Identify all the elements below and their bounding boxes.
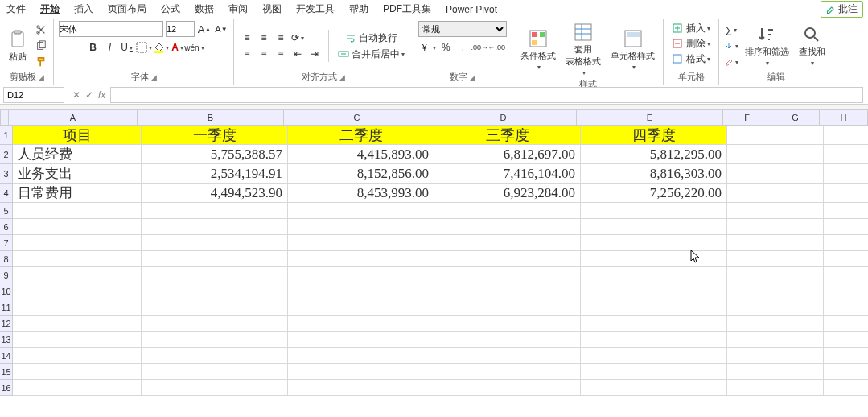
- align-middle-button[interactable]: ≡: [256, 31, 272, 45]
- insert-cells-button[interactable]: 插入: [668, 21, 713, 35]
- tab-pdf[interactable]: PDF工具集: [381, 1, 433, 18]
- cell-B1[interactable]: 一季度: [142, 126, 288, 145]
- cell-F9[interactable]: [727, 267, 775, 283]
- clipboard-launcher[interactable]: ◢: [39, 73, 44, 81]
- cell-B7[interactable]: [142, 235, 288, 251]
- cell-D3[interactable]: 7,416,104.00: [434, 164, 581, 184]
- cell-H16[interactable]: [824, 380, 868, 396]
- cell-A10[interactable]: [13, 283, 142, 299]
- comments-button[interactable]: 批注: [821, 1, 863, 18]
- cell-A14[interactable]: [13, 348, 142, 364]
- number-launcher[interactable]: ◢: [470, 73, 475, 81]
- cell-A13[interactable]: [13, 332, 142, 348]
- row-header-1[interactable]: 1: [0, 126, 13, 145]
- bold-button[interactable]: B: [85, 40, 101, 55]
- cell-E4[interactable]: 7,256,220.00: [581, 184, 727, 203]
- enter-formula-button[interactable]: ✓: [85, 89, 93, 101]
- column-header-C[interactable]: C: [284, 109, 430, 126]
- increase-decimal-button[interactable]: .00→: [471, 40, 487, 55]
- format-as-table-button[interactable]: 套用 表格格式: [562, 21, 604, 78]
- cell-H9[interactable]: [824, 267, 868, 283]
- paste-button[interactable]: 粘贴: [5, 28, 31, 64]
- column-header-H[interactable]: H: [820, 109, 868, 126]
- cell-A6[interactable]: [13, 219, 142, 235]
- cell-A3[interactable]: 业务支出: [13, 164, 142, 184]
- cell-F4[interactable]: [727, 184, 775, 203]
- tab-data[interactable]: 数据: [193, 1, 216, 18]
- formula-bar[interactable]: [110, 87, 863, 103]
- copy-button[interactable]: [34, 39, 48, 53]
- cell-E15[interactable]: [581, 364, 727, 380]
- cell-E12[interactable]: [581, 316, 727, 332]
- cell-H6[interactable]: [824, 219, 868, 235]
- cell-F14[interactable]: [727, 348, 775, 364]
- cell-H8[interactable]: [824, 251, 868, 267]
- cell-C9[interactable]: [288, 267, 434, 283]
- column-header-D[interactable]: D: [430, 109, 577, 126]
- cell-E14[interactable]: [581, 348, 727, 364]
- format-cells-button[interactable]: 格式: [668, 52, 713, 66]
- cell-B10[interactable]: [142, 283, 288, 299]
- cell-D6[interactable]: [434, 219, 581, 235]
- cell-C13[interactable]: [288, 332, 434, 348]
- row-header-4[interactable]: 4: [0, 184, 13, 203]
- column-header-B[interactable]: B: [138, 109, 284, 126]
- merge-center-button[interactable]: 合并后居中: [335, 47, 408, 61]
- cell-A4[interactable]: 日常费用: [13, 184, 142, 203]
- cell-G10[interactable]: [775, 283, 824, 299]
- tab-home[interactable]: 开始: [39, 1, 61, 18]
- autosum-button[interactable]: ∑: [724, 23, 738, 37]
- cell-F5[interactable]: [727, 203, 775, 219]
- cell-C16[interactable]: [288, 380, 434, 396]
- cell-D5[interactable]: [434, 203, 581, 219]
- cell-D1[interactable]: 三季度: [434, 126, 581, 145]
- cell-D2[interactable]: 6,812,697.00: [434, 145, 581, 164]
- cell-F15[interactable]: [727, 364, 775, 380]
- cell-G8[interactable]: [775, 251, 824, 267]
- name-box[interactable]: [3, 87, 64, 103]
- cell-H14[interactable]: [824, 348, 868, 364]
- cell-C3[interactable]: 8,152,856.00: [288, 164, 434, 184]
- cell-B5[interactable]: [142, 203, 288, 219]
- align-center-button[interactable]: ≡: [256, 47, 272, 61]
- fill-color-button[interactable]: [153, 40, 169, 55]
- align-right-button[interactable]: ≡: [273, 47, 289, 61]
- cell-C12[interactable]: [288, 316, 434, 332]
- cell-B16[interactable]: [142, 380, 288, 396]
- cell-H11[interactable]: [824, 299, 868, 316]
- cell-G2[interactable]: [775, 145, 824, 164]
- cell-G14[interactable]: [775, 348, 824, 364]
- cell-F11[interactable]: [727, 299, 775, 316]
- row-header-16[interactable]: 16: [0, 380, 13, 396]
- tab-formulas[interactable]: 公式: [159, 1, 182, 18]
- cell-E9[interactable]: [581, 267, 727, 283]
- cell-G15[interactable]: [775, 364, 824, 380]
- cell-E6[interactable]: [581, 219, 727, 235]
- cell-G11[interactable]: [775, 299, 824, 316]
- cancel-formula-button[interactable]: ✕: [72, 89, 80, 101]
- fill-button[interactable]: [724, 39, 738, 53]
- cell-F1[interactable]: [727, 126, 775, 145]
- cell-C15[interactable]: [288, 364, 434, 380]
- cell-B2[interactable]: 5,755,388.57: [142, 145, 288, 164]
- cell-B9[interactable]: [142, 267, 288, 283]
- delete-cells-button[interactable]: 删除: [668, 36, 713, 51]
- cell-A1[interactable]: 项目: [13, 126, 142, 145]
- row-header-9[interactable]: 9: [0, 267, 13, 283]
- cell-H3[interactable]: [824, 164, 868, 184]
- format-painter-button[interactable]: [34, 55, 48, 69]
- cell-C7[interactable]: [288, 235, 434, 251]
- cell-E3[interactable]: 8,816,303.00: [581, 164, 727, 184]
- cell-H7[interactable]: [824, 235, 868, 251]
- cell-G13[interactable]: [775, 332, 824, 348]
- underline-button[interactable]: U: [119, 40, 135, 55]
- decrease-font-button[interactable]: A▼: [214, 22, 228, 36]
- row-header-7[interactable]: 7: [0, 235, 13, 251]
- cell-A15[interactable]: [13, 364, 142, 380]
- border-button[interactable]: [136, 40, 152, 55]
- cell-D14[interactable]: [434, 348, 581, 364]
- cell-H15[interactable]: [824, 364, 868, 380]
- row-header-15[interactable]: 15: [0, 364, 13, 380]
- cell-H10[interactable]: [824, 283, 868, 299]
- cell-E8[interactable]: [581, 251, 727, 267]
